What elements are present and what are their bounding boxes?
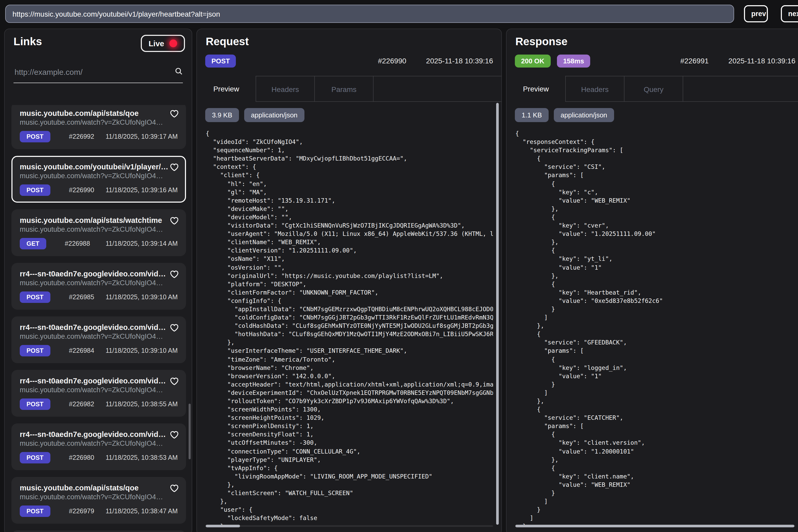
- favorite-heart-icon[interactable]: [170, 163, 179, 173]
- tab-headers[interactable]: Headers: [565, 76, 624, 102]
- favorite-heart-icon[interactable]: [170, 270, 179, 281]
- request-list-item-page-url: music.youtube.com/watch?v=ZkCUfoNgIO4…: [20, 279, 178, 287]
- tab-params[interactable]: Params: [314, 76, 373, 102]
- app-window: prev next Links Live music.youtube.com/a…: [0, 0, 798, 532]
- links-panel-title: Links: [14, 35, 42, 48]
- request-list-item[interactable]: rr4---sn-t0aedn7e.googlevideo.com/vid… m…: [12, 423, 186, 470]
- request-time: 11/18/2025, 10:38:47 AM: [106, 508, 178, 515]
- links-list[interactable]: music.youtube.com/api/stats/qoe music.yo…: [12, 105, 186, 532]
- request-time: 11/18/2025, 10:38:55 AM: [106, 401, 178, 408]
- request-list-item-meta: POST #226980 11/18/2025, 10:38:53 AM: [20, 452, 178, 463]
- request-number: #226984: [69, 347, 94, 354]
- favorite-heart-icon[interactable]: [170, 377, 179, 387]
- request-list-item-meta: POST #226990 11/18/2025, 10:39:16 AM: [20, 185, 178, 196]
- method-badge: POST: [20, 291, 50, 303]
- request-time: 11/18/2025, 10:38:53 AM: [106, 454, 178, 461]
- request-number: #226982: [69, 401, 94, 408]
- request-list-item-page-url: music.youtube.com/watch?v=ZkCUfoNgIO4…: [20, 332, 178, 340]
- method-badge: POST: [20, 452, 50, 463]
- live-toggle-button[interactable]: Live: [141, 35, 185, 52]
- request-list-item-page-url: music.youtube.com/watch?v=ZkCUfoNgIO4…: [20, 172, 178, 180]
- next-button[interactable]: next: [781, 5, 798, 22]
- request-size-badge: 3.9 KB: [205, 108, 239, 122]
- request-list-item-page-url: music.youtube.com/watch?v=ZkCUfoNgIO4…: [20, 226, 178, 233]
- links-scrollbar-thumb[interactable]: [189, 404, 191, 459]
- request-list-item-meta: POST #226985 11/18/2025, 10:39:10 AM: [20, 291, 178, 303]
- method-badge: POST: [20, 185, 50, 196]
- request-badges-row: 3.9 KB application/json: [205, 108, 304, 122]
- links-panel: Links Live music.youtube.com/api/stats/q…: [4, 28, 192, 532]
- request-time: 11/18/2025, 10:39:14 AM: [106, 240, 178, 247]
- favorite-heart-icon[interactable]: [170, 484, 179, 495]
- favorite-heart-icon[interactable]: [170, 217, 179, 227]
- request-vertical-scrollbar-thumb[interactable]: [496, 103, 499, 525]
- method-badge: POST: [20, 398, 50, 410]
- links-search-input[interactable]: [14, 67, 174, 77]
- method-badge: GET: [20, 238, 46, 249]
- request-list-item[interactable]: music.youtube.com/api/stats/watchtime mu…: [12, 209, 186, 256]
- favorite-heart-icon[interactable]: [170, 431, 179, 441]
- request-list-item-title: rr4---sn-t0aedn7e.googlevideo.com/vid…: [20, 323, 168, 331]
- response-json-text: { "responseContext": { "serviceTrackingP…: [515, 125, 795, 526]
- request-horizontal-scrollbar-track[interactable]: [205, 525, 493, 527]
- url-input[interactable]: [5, 5, 734, 23]
- request-header-row: POST #226990 2025-11-18 10:39:16: [205, 54, 493, 68]
- response-header-row: 200 OK 158ms #226991 2025-11-18 10:39:16: [515, 54, 795, 68]
- request-tabs: PreviewHeadersParams: [197, 76, 501, 102]
- request-list-item-page-url: music.youtube.com/watch?v=ZkCUfoNgIO4…: [20, 439, 178, 447]
- response-timing-badge: 158ms: [557, 54, 590, 67]
- request-list-item[interactable]: rr4---sn-t0aedn7e.googlevideo.com/vid… m…: [12, 370, 186, 417]
- tab-preview[interactable]: Preview: [197, 76, 255, 102]
- request-time: 11/18/2025, 10:39:10 AM: [106, 293, 178, 301]
- request-number: #226992: [69, 133, 94, 140]
- request-list-item-meta: POST #226992 11/18/2025, 10:39:17 AM: [20, 131, 178, 142]
- tab-query[interactable]: Query: [624, 76, 683, 102]
- response-badges-row: 1.1 KB application/json: [515, 108, 614, 122]
- request-list-item-meta: POST #226984 11/18/2025, 10:39:10 AM: [20, 345, 178, 356]
- request-list-item-title: music.youtube.com/api/stats/qoe: [20, 484, 168, 492]
- request-list-item[interactable]: music.youtube.com/api/stats/qoe music.yo…: [12, 477, 186, 524]
- request-json-text: { "videoId": "ZkCUfoNgIO4", "sequenceNum…: [205, 125, 493, 526]
- request-list-item-title: music.youtube.com/api/stats/qoe: [20, 109, 168, 117]
- request-list-item-title: music.youtube.com/youtubei/v1/player/…: [20, 163, 168, 171]
- request-list-item[interactable]: music.youtube.com/youtubei/v1/player/… m…: [12, 156, 186, 203]
- response-json-viewer[interactable]: { "responseContext": { "serviceTrackingP…: [515, 125, 795, 526]
- response-horizontal-scrollbar-thumb[interactable]: [515, 525, 794, 527]
- request-list-item[interactable]: rr4---sn-t0aedn7e.googlevideo.com/vid… m…: [12, 263, 186, 310]
- tab-headers[interactable]: Headers: [255, 76, 314, 102]
- response-status-badge: 200 OK: [515, 54, 551, 67]
- request-list-item-page-url: music.youtube.com/watch?v=ZkCUfoNgIO4…: [20, 118, 178, 126]
- method-badge: POST: [20, 131, 50, 142]
- response-timestamp: 2025-11-18 10:39:16: [728, 57, 795, 65]
- method-badge: POST: [20, 506, 50, 517]
- tab-preview[interactable]: Preview: [507, 76, 565, 102]
- request-time: 11/18/2025, 10:39:10 AM: [106, 347, 178, 354]
- request-list-item-meta: POST #226979 11/18/2025, 10:38:47 AM: [20, 506, 178, 517]
- request-list-item[interactable]: music.youtube.com/api/stats/qoe music.yo…: [12, 105, 186, 149]
- top-bar: prev next: [0, 0, 798, 28]
- request-list-item-meta: POST #226982 11/18/2025, 10:38:55 AM: [20, 398, 178, 410]
- favorite-heart-icon[interactable]: [170, 324, 179, 334]
- request-content-type-badge: application/json: [244, 108, 304, 122]
- request-list-item[interactable]: rr4---sn-t0aedn7e.googlevideo.com/vid… m…: [12, 317, 186, 363]
- request-list-item-title: rr4---sn-t0aedn7e.googlevideo.com/vid…: [20, 430, 168, 438]
- favorite-heart-icon[interactable]: [170, 110, 179, 120]
- request-id: #226990: [378, 57, 406, 65]
- response-content-type-badge: application/json: [554, 108, 614, 122]
- request-list-item-page-url: music.youtube.com/watch?v=ZkCUfoNgIO4…: [20, 386, 178, 394]
- request-timestamp: 2025-11-18 10:39:16: [426, 57, 493, 65]
- request-list-item-title: rr4---sn-t0aedn7e.googlevideo.com/vid…: [20, 270, 168, 278]
- request-time: 11/18/2025, 10:39:17 AM: [106, 133, 178, 140]
- request-list-item-page-url: music.youtube.com/watch?v=ZkCUfoNgIO4…: [20, 493, 178, 501]
- links-search-row: [14, 61, 183, 83]
- request-number: #226980: [69, 454, 94, 461]
- method-badge: POST: [20, 345, 50, 356]
- request-method-badge: POST: [205, 54, 236, 67]
- prev-button[interactable]: prev: [744, 5, 768, 22]
- request-number: #226985: [69, 293, 94, 301]
- request-list-item[interactable]: rr4---sn-t0aedn7e.googlevideo.com/vid… m…: [12, 530, 186, 532]
- tabs-filler: [683, 76, 798, 102]
- request-horizontal-scrollbar-thumb[interactable]: [206, 525, 240, 527]
- request-json-viewer[interactable]: { "videoId": "ZkCUfoNgIO4", "sequenceNum…: [205, 125, 493, 526]
- request-panel-title: Request: [206, 35, 249, 48]
